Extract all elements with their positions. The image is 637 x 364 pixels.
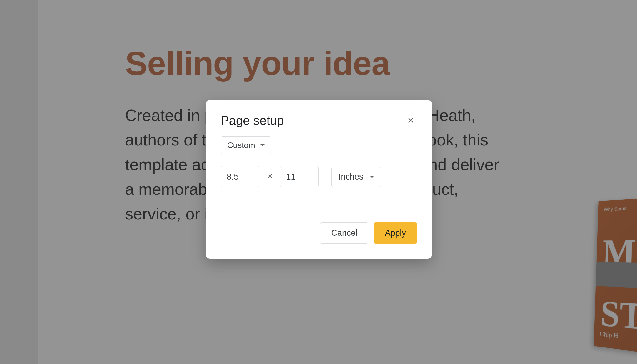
page-setup-dialog: Page setup Custom Inches bbox=[206, 100, 432, 259]
chevron-down-icon bbox=[260, 144, 265, 146]
close-icon bbox=[406, 115, 415, 126]
units-dropdown-label: Inches bbox=[339, 172, 364, 182]
preset-dropdown-label: Custom bbox=[227, 140, 255, 150]
dialog-header: Page setup bbox=[206, 100, 432, 136]
dimension-row: Inches bbox=[221, 166, 417, 187]
chevron-down-icon bbox=[370, 176, 374, 178]
close-button[interactable] bbox=[404, 115, 417, 127]
apply-button[interactable]: Apply bbox=[374, 222, 417, 244]
height-input[interactable] bbox=[280, 166, 319, 187]
canvas-area: Selling your idea Created in partnership… bbox=[0, 0, 637, 364]
dialog-title: Page setup bbox=[221, 114, 284, 128]
preset-dropdown[interactable]: Custom bbox=[221, 136, 271, 154]
width-input[interactable] bbox=[221, 166, 259, 187]
times-icon bbox=[266, 172, 273, 182]
dialog-footer: Cancel Apply bbox=[206, 200, 432, 259]
cancel-button[interactable]: Cancel bbox=[320, 222, 368, 244]
dialog-body: Custom Inches bbox=[206, 136, 432, 200]
units-dropdown[interactable]: Inches bbox=[331, 167, 381, 187]
